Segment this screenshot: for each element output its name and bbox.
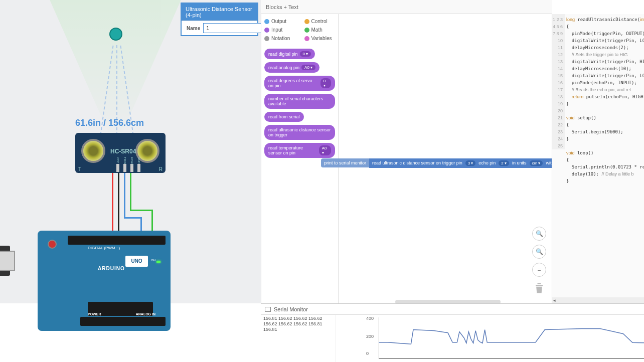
zoom-in-button[interactable]: 🔍 bbox=[532, 227, 546, 241]
palette-block[interactable]: read temperature sensor on pinA0 ▾ bbox=[264, 143, 335, 158]
serial-icon bbox=[265, 307, 271, 312]
wire-gnd[interactable] bbox=[118, 173, 119, 238]
trash-icon[interactable] bbox=[532, 281, 546, 297]
zoom-out-button[interactable]: 🔍 bbox=[532, 245, 546, 259]
sensor-model-label: HC-SR04 bbox=[110, 148, 136, 155]
serial-log[interactable]: 156.81 156.62 156.62 156.62 156.62 156.6… bbox=[261, 315, 336, 362]
palette-block[interactable]: read digital pin0 ▾ bbox=[264, 49, 315, 59]
blocks-palette: Output Control Input Math Notation Varia… bbox=[261, 0, 339, 303]
category-control[interactable]: Control bbox=[304, 17, 336, 26]
uno-logo: UNO bbox=[125, 256, 148, 267]
print-serial-block[interactable]: print to serial monitor read ultrasonic … bbox=[321, 158, 579, 168]
wire-trig[interactable] bbox=[130, 173, 131, 211]
units-dropdown[interactable]: cm ▾ bbox=[530, 160, 543, 166]
digital-label: DIGITAL (PWM ~) bbox=[88, 246, 120, 250]
power-analog-header[interactable] bbox=[80, 317, 166, 326]
name-label: Name bbox=[184, 26, 203, 31]
code-panel[interactable]: 1 2 3 4 5 6 7 8 9 10 11 12 13 14 15 16 1… bbox=[552, 14, 644, 303]
serial-monitor-panel: Serial Monitor 156.81 156.62 156.62 156.… bbox=[261, 303, 644, 362]
component-properties-panel: Ultrasonic Distance Sensor (4-pin) Name bbox=[181, 3, 258, 36]
sensor-transmitter bbox=[81, 139, 105, 163]
component-title: Ultrasonic Distance Sensor (4-pin) bbox=[182, 4, 257, 21]
palette-block[interactable]: number of serial characters available bbox=[264, 94, 335, 109]
category-math[interactable]: Math bbox=[304, 26, 336, 34]
category-variables[interactable]: Variables bbox=[304, 34, 336, 43]
wire-trig bbox=[130, 210, 152, 211]
line-numbers: 1 2 3 4 5 6 7 8 9 10 11 12 13 14 15 16 1… bbox=[552, 14, 565, 149]
sensor-pins bbox=[116, 164, 140, 172]
category-input[interactable]: Input bbox=[264, 26, 295, 34]
wire-echo[interactable] bbox=[124, 173, 125, 218]
code-text[interactable]: long readUltrasonicDistance(int { pinMod… bbox=[566, 16, 644, 192]
palette-block[interactable]: read degrees of servo on pin0 ▾ bbox=[264, 76, 335, 91]
trigger-pin-dropdown[interactable]: 3 ▾ bbox=[465, 160, 476, 166]
echo-pin-dropdown[interactable]: 2 ▾ bbox=[499, 160, 509, 166]
code-mode-label[interactable]: Blocks + Text bbox=[261, 4, 298, 10]
digital-pin-header[interactable] bbox=[68, 236, 166, 245]
arduino-logo: ARDUINO bbox=[98, 266, 125, 271]
usb-connector bbox=[0, 251, 15, 271]
serial-graph[interactable]: 400 200 0 bbox=[336, 315, 644, 362]
power-led bbox=[156, 261, 160, 263]
palette-block[interactable]: read from serial bbox=[264, 112, 304, 122]
category-notation[interactable]: Notation bbox=[264, 34, 295, 43]
category-output[interactable]: Output bbox=[264, 17, 295, 26]
serial-plot bbox=[379, 317, 644, 360]
serial-title: Serial Monitor bbox=[274, 306, 308, 312]
reset-button[interactable] bbox=[48, 240, 57, 249]
zoom-fit-button[interactable]: = bbox=[532, 263, 546, 277]
circuit-canvas[interactable]: 61.6in / 156.6cm HC-SR04 VCC TRIG ECHO G… bbox=[0, 0, 261, 303]
palette-block[interactable]: read analog pinA0 ▾ bbox=[264, 62, 319, 73]
arduino-board[interactable]: DIGITAL (PWM ~) UNO ARDUINO ON POWER ANA… bbox=[38, 231, 171, 331]
wire-echo bbox=[124, 217, 141, 219]
target-object[interactable] bbox=[109, 28, 122, 41]
horizontal-scrollbar[interactable]: ◂ bbox=[552, 297, 644, 303]
code-mode-header: Blocks + Text bbox=[261, 0, 552, 14]
distance-readout: 61.6in / 156.6cm bbox=[75, 118, 144, 128]
palette-block[interactable]: read ultrasonic distance sensor on trigg… bbox=[264, 125, 335, 140]
block-list: read digital pin0 ▾read analog pinA0 ▾re… bbox=[261, 47, 338, 160]
ultrasonic-sensor[interactable]: HC-SR04 VCC TRIG ECHO GND T R bbox=[75, 133, 166, 173]
